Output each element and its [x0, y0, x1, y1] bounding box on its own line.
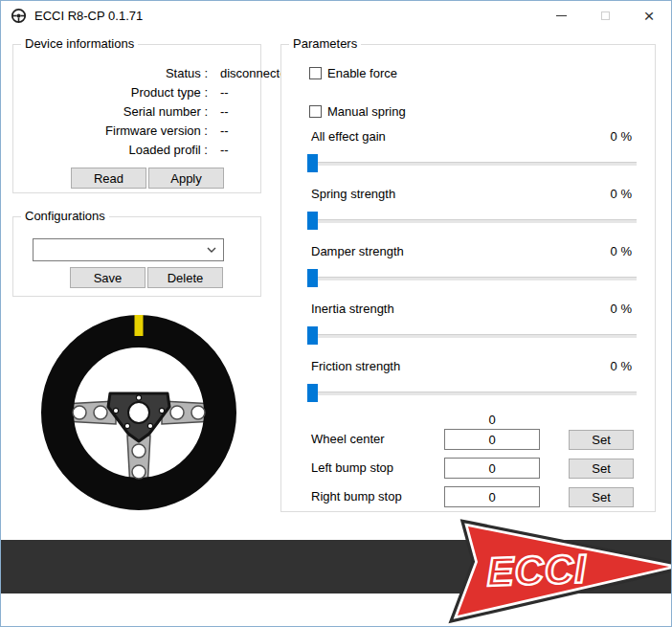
slider-track[interactable]: [307, 277, 637, 280]
right-bump-stop-label: Right bump stop: [311, 489, 402, 504]
apply-button[interactable]: Apply: [148, 168, 224, 189]
spring-strength-value: 0 %: [611, 187, 632, 201]
slider-track[interactable]: [307, 334, 637, 338]
save-button[interactable]: Save: [70, 267, 146, 288]
inertia-strength-row: Inertia strength 0 %: [311, 302, 632, 317]
configurations-group: Configurations Save Delete: [12, 216, 261, 297]
close-icon: ×: [643, 7, 654, 25]
ecci-logo: ECCI: [447, 512, 672, 627]
steering-wheel-icon: [11, 8, 27, 24]
configuration-select[interactable]: [33, 238, 224, 261]
spring-strength-slider: [307, 212, 637, 231]
maximize-icon: [601, 11, 610, 20]
manual-spring-checkbox[interactable]: [309, 105, 322, 118]
parameters-group: Parameters Enable force Manual spring Al…: [280, 44, 656, 512]
firmware-version-row: Firmware version : --: [13, 123, 260, 139]
wheel-position-value: 0: [444, 413, 540, 428]
minimize-button[interactable]: [539, 1, 583, 30]
wheel-center-input[interactable]: [444, 429, 540, 450]
right-bump-stop-input[interactable]: [444, 486, 540, 507]
loaded-profil-label: Loaded profil :: [129, 143, 208, 157]
spring-strength-row: Spring strength 0 %: [311, 187, 632, 202]
serial-number-row: Serial number : --: [13, 104, 260, 120]
slider-thumb[interactable]: [307, 269, 318, 287]
manual-spring-row: Manual spring: [309, 104, 406, 119]
chevron-down-icon: [206, 244, 217, 256]
status-label: Status :: [166, 66, 208, 80]
delete-button[interactable]: Delete: [147, 267, 223, 288]
serial-number-value: --: [220, 104, 229, 119]
enable-force-checkbox[interactable]: [309, 67, 322, 79]
enable-force-label: Enable force: [327, 66, 397, 80]
left-bump-stop-set-button[interactable]: Set: [569, 459, 634, 479]
friction-strength-row: Friction strength 0 %: [311, 359, 632, 374]
all-effect-gain-slider: [307, 154, 637, 173]
serial-number-label: Serial number :: [123, 104, 208, 119]
friction-strength-value: 0 %: [611, 359, 632, 373]
slider-track[interactable]: [307, 162, 637, 166]
ecci-logo-text: ECCI: [486, 546, 588, 594]
damper-strength-value: 0 %: [611, 244, 632, 258]
device-informations-group: Device informations Status : disconnecte…: [12, 44, 261, 193]
friction-strength-label: Friction strength: [311, 359, 400, 373]
steering-wheel-image: [37, 311, 240, 514]
close-button[interactable]: ×: [627, 1, 671, 30]
slider-thumb[interactable]: [307, 326, 318, 345]
spring-strength-label: Spring strength: [311, 187, 395, 201]
all-effect-gain-row: All effect gain 0 %: [311, 129, 632, 145]
left-bump-stop-input[interactable]: [444, 458, 540, 479]
damper-strength-slider: [307, 269, 637, 288]
status-row: Status : disconnected: [13, 66, 260, 81]
slider-track[interactable]: [307, 219, 637, 223]
left-bump-stop-label: Left bump stop: [311, 460, 393, 476]
parameters-title: Parameters: [289, 36, 361, 51]
all-effect-gain-label: All effect gain: [311, 129, 386, 144]
slider-track[interactable]: [307, 392, 637, 395]
enable-force-row: Enable force: [309, 66, 397, 80]
loaded-profil-value: --: [220, 143, 229, 157]
firmware-version-value: --: [220, 123, 229, 138]
product-type-label: Product type :: [131, 85, 208, 100]
app-window: ECCI R8-CP 0.1.71 × Device informations …: [0, 0, 672, 627]
wheel-center-label: Wheel center: [311, 432, 385, 447]
right-bump-stop-set-button[interactable]: Set: [569, 487, 634, 507]
inertia-strength-label: Inertia strength: [311, 302, 394, 316]
product-type-value: --: [220, 85, 229, 100]
slider-thumb[interactable]: [307, 212, 318, 230]
damper-strength-row: Damper strength 0 %: [311, 244, 632, 259]
friction-strength-slider: [307, 384, 637, 403]
slider-thumb[interactable]: [307, 384, 318, 402]
product-type-row: Product type : --: [13, 85, 260, 101]
minimize-icon: [556, 15, 567, 16]
loaded-profil-row: Loaded profil : --: [13, 143, 260, 158]
wheel-center-set-button[interactable]: Set: [569, 430, 634, 450]
damper-strength-label: Damper strength: [311, 244, 404, 258]
maximize-button: [583, 1, 627, 30]
inertia-strength-value: 0 %: [611, 302, 632, 316]
read-button[interactable]: Read: [71, 168, 146, 189]
slider-thumb[interactable]: [307, 154, 318, 172]
window-title: ECCI R8-CP 0.1.71: [34, 9, 143, 23]
all-effect-gain-value: 0 %: [611, 129, 632, 144]
inertia-strength-slider: [307, 326, 637, 346]
device-informations-title: Device informations: [21, 36, 138, 51]
firmware-version-label: Firmware version :: [105, 123, 208, 138]
configurations-title: Configurations: [21, 209, 109, 223]
manual-spring-label: Manual spring: [327, 104, 406, 119]
window-controls: ×: [539, 1, 671, 30]
titlebar: ECCI R8-CP 0.1.71 ×: [1, 1, 671, 30]
